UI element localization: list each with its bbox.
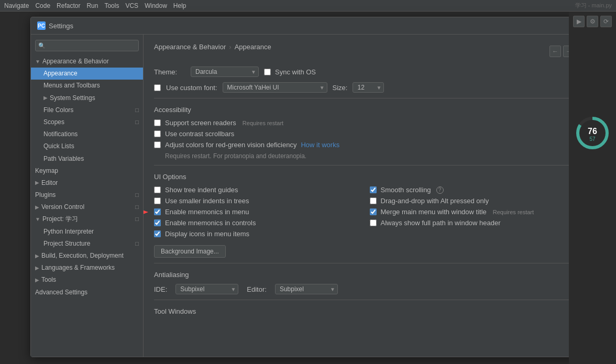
sidebar-label-file-colors: File Colors	[43, 105, 73, 115]
search-icon: 🔍	[38, 42, 46, 49]
display-icons-menu-label: Display icons in menu items	[165, 230, 249, 238]
merge-menu-title-checkbox[interactable]	[370, 208, 377, 215]
smooth-scrolling-checkbox[interactable]	[370, 186, 377, 193]
divider-3	[154, 263, 575, 263]
sidebar-item-path-variables[interactable]: Path Variables	[31, 153, 143, 165]
sidebar-label-appearance-behavior: Appearance & Behavior	[42, 57, 109, 67]
right-panel: ▶ ⚙ ⟳ 76 57	[569, 12, 616, 364]
plugin-marker-project-structure: □	[135, 239, 139, 249]
sidebar-item-python-interpreter[interactable]: Python Interpreter	[31, 226, 143, 238]
custom-font-row: Use custom font: Microsoft YaHei UI ▼ Si…	[154, 82, 575, 93]
breadcrumb-parent[interactable]: Appearance & Behavior	[154, 43, 226, 51]
custom-font-checkbox[interactable]	[154, 84, 161, 91]
adjust-colors-checkbox[interactable]	[154, 141, 161, 148]
sidebar-item-appearance[interactable]: Appearance	[31, 68, 143, 80]
toolbar-btn-3[interactable]: ⟳	[600, 16, 612, 27]
sidebar-item-editor[interactable]: Editor	[31, 177, 143, 189]
contrast-scrollbars-row: Use contrast scrollbars	[154, 130, 575, 138]
dialog-title: PC Settings	[37, 21, 73, 30]
menu-navigate[interactable]: Navigate	[4, 2, 29, 9]
search-box: 🔍	[35, 40, 139, 51]
search-input[interactable]	[35, 40, 139, 51]
menu-vcs[interactable]: VCS	[125, 2, 138, 9]
back-button[interactable]: ←	[549, 46, 561, 57]
sidebar-label-project: Project: 学习	[42, 214, 78, 224]
smooth-scrolling-help-icon[interactable]: ?	[436, 186, 444, 194]
menu-run[interactable]: Run	[86, 2, 98, 9]
enable-mnemonics-controls-label: Enable mnemonics in controls	[165, 219, 256, 227]
progress-text: 76 57	[588, 127, 597, 142]
sidebar-label-build-execution: Build, Execution, Deployment	[41, 251, 124, 261]
sidebar-item-menus-toolbars[interactable]: Menus and Toolbars	[31, 80, 143, 92]
editor-dropdown[interactable]: Subpixel	[275, 284, 338, 294]
support-screen-readers-label: Support screen readers	[165, 119, 236, 127]
sidebar-item-appearance-behavior[interactable]: Appearance & Behavior	[31, 56, 143, 68]
enable-mnemonics-menu-checkbox[interactable]	[154, 208, 161, 215]
sidebar-item-keymap[interactable]: Keymap	[31, 165, 143, 177]
enable-mnemonics-controls-checkbox[interactable]	[154, 219, 161, 226]
sync-os-label: Sync with OS	[275, 68, 316, 76]
divider-2	[154, 165, 575, 166]
sidebar-label-advanced-settings: Advanced Settings	[35, 288, 87, 297]
contrast-scrollbars-label: Use contrast scrollbars	[165, 130, 234, 138]
sidebar-label-editor: Editor	[41, 178, 58, 188]
font-dropdown[interactable]: Microsoft YaHei UI	[223, 82, 327, 93]
menu-refactor[interactable]: Refactor	[57, 2, 80, 9]
support-screen-readers-checkbox[interactable]	[154, 119, 161, 126]
sidebar-item-project[interactable]: Project: 学习 □	[31, 213, 143, 225]
drag-and-drop-row: Drag-and-drop with Alt pressed only	[370, 197, 575, 205]
sidebar-label-notifications: Notifications	[43, 129, 78, 139]
sidebar-item-advanced-settings[interactable]: Advanced Settings	[31, 286, 143, 299]
toolbar-btn-1[interactable]: ▶	[573, 16, 585, 27]
menu-code[interactable]: Code	[35, 2, 50, 9]
sidebar-label-system-settings: System Settings	[50, 93, 95, 103]
plugin-marker-scopes: □	[135, 118, 139, 127]
menu-help[interactable]: Help	[173, 2, 186, 9]
divider-4	[154, 300, 575, 300]
sidebar-item-version-control[interactable]: Version Control □	[31, 201, 143, 213]
sidebar-item-plugins[interactable]: Plugins □	[31, 189, 143, 201]
menu-tools[interactable]: Tools	[104, 2, 119, 9]
sidebar-item-project-structure[interactable]: Project Structure □	[31, 238, 143, 250]
sidebar-label-scopes: Scopes	[43, 117, 64, 127]
ide-label: IDE:	[154, 285, 167, 293]
sidebar-item-scopes[interactable]: Scopes □	[31, 116, 143, 128]
background-image-button[interactable]: Background Image...	[154, 245, 226, 258]
antialiasing-section-title: Antialiasing	[154, 271, 575, 279]
use-smaller-indents-checkbox[interactable]	[154, 197, 161, 204]
ide-dropdown[interactable]: Subpixel	[175, 284, 238, 294]
antialiasing-row: IDE: Subpixel ▼ Editor: Subpixel ▼	[154, 284, 575, 294]
drag-and-drop-checkbox[interactable]	[370, 197, 377, 204]
sidebar-item-tools[interactable]: Tools	[31, 274, 143, 286]
menu-bar: Navigate Code Refactor Run Tools VCS Win…	[0, 0, 616, 12]
ui-options-section-title: UI Options	[154, 173, 575, 181]
sync-os-checkbox[interactable]	[264, 69, 271, 75]
dialog-body: 🔍 Appearance & Behavior Appearance Menus…	[31, 35, 585, 357]
font-dropdown-wrapper: Microsoft YaHei UI ▼	[223, 82, 327, 93]
theme-row: Theme: Darculа ▼ Sync with OS	[154, 67, 575, 77]
menu-window[interactable]: Window	[145, 2, 167, 9]
requires-restart-3-text: Requires restart	[493, 209, 534, 215]
toolbar-btn-2[interactable]: ⚙	[587, 16, 598, 27]
show-tree-indent-checkbox[interactable]	[154, 186, 161, 193]
how-it-works-link[interactable]: How it works	[301, 141, 339, 149]
sidebar-item-system-settings[interactable]: System Settings	[31, 92, 143, 104]
sidebar-item-build-execution[interactable]: Build, Execution, Deployment	[31, 250, 143, 262]
contrast-scrollbars-checkbox[interactable]	[154, 130, 161, 137]
circle-badge-container: 76 57	[576, 116, 610, 152]
always-show-path-checkbox[interactable]	[370, 219, 377, 226]
display-icons-menu-checkbox[interactable]	[154, 230, 161, 237]
sidebar-item-notifications[interactable]: Notifications	[31, 128, 143, 140]
drag-and-drop-label: Drag-and-drop with Alt pressed only	[381, 197, 489, 205]
sidebar-item-file-colors[interactable]: File Colors □	[31, 104, 143, 116]
sidebar-item-languages-frameworks[interactable]: Languages & Frameworks	[31, 262, 143, 274]
dialog-overlay: PC Settings ✕ 🔍 Appearance & Behavior Ap	[0, 12, 616, 364]
smooth-scrolling-label: Smooth scrolling	[381, 186, 431, 194]
plugin-marker-plugins: □	[135, 191, 139, 200]
enable-mnemonics-menu-row: Enable mnemonics in menu	[154, 208, 359, 216]
sidebar-item-quick-lists[interactable]: Quick Lists	[31, 140, 143, 152]
theme-dropdown[interactable]: Darculа	[191, 67, 259, 77]
size-dropdown[interactable]: 12	[353, 82, 384, 93]
editor-label: Editor:	[247, 285, 267, 293]
adjust-colors-label: Adjust colors for red-green vision defic…	[165, 141, 296, 149]
